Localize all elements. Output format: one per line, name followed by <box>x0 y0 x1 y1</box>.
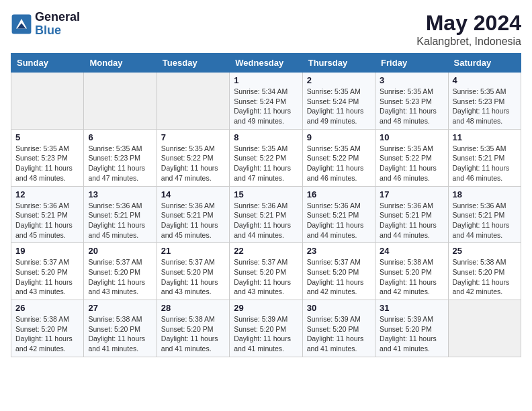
day-number-24: 24 <box>380 246 443 256</box>
day-info-20: Sunrise: 5:37 AM Sunset: 5:20 PM Dayligh… <box>88 257 152 297</box>
day-cell-21: 21Sunrise: 5:37 AM Sunset: 5:20 PM Dayli… <box>157 243 229 300</box>
month-title: May 2024 <box>416 11 521 36</box>
day-cell-4: 4Sunrise: 5:35 AM Sunset: 5:23 PM Daylig… <box>448 73 521 130</box>
day-cell-29: 29Sunrise: 5:39 AM Sunset: 5:20 PM Dayli… <box>230 300 302 357</box>
title-block: May 2024 Kalangbret, Indonesia <box>416 11 521 48</box>
day-number-2: 2 <box>307 75 371 85</box>
day-number-11: 11 <box>453 132 517 142</box>
day-info-16: Sunrise: 5:36 AM Sunset: 5:21 PM Dayligh… <box>307 201 371 240</box>
week-row-1: 1Sunrise: 5:34 AM Sunset: 5:24 PM Daylig… <box>11 73 521 130</box>
day-cell-17: 17Sunrise: 5:36 AM Sunset: 5:21 PM Dayli… <box>375 186 448 243</box>
day-cell-8: 8Sunrise: 5:35 AM Sunset: 5:22 PM Daylig… <box>230 129 302 186</box>
day-cell-empty <box>84 73 157 130</box>
day-number-30: 30 <box>307 303 371 313</box>
day-cell-22: 22Sunrise: 5:37 AM Sunset: 5:20 PM Dayli… <box>230 243 302 300</box>
day-number-19: 19 <box>15 246 79 256</box>
day-number-6: 6 <box>88 132 152 142</box>
day-cell-14: 14Sunrise: 5:36 AM Sunset: 5:21 PM Dayli… <box>157 186 229 243</box>
day-info-14: Sunrise: 5:36 AM Sunset: 5:21 PM Dayligh… <box>161 201 225 240</box>
day-cell-26: 26Sunrise: 5:38 AM Sunset: 5:20 PM Dayli… <box>11 300 84 357</box>
day-cell-empty <box>157 73 229 130</box>
day-cell-9: 9Sunrise: 5:35 AM Sunset: 5:22 PM Daylig… <box>302 129 375 186</box>
day-info-18: Sunrise: 5:36 AM Sunset: 5:21 PM Dayligh… <box>453 201 517 240</box>
header-tuesday: Tuesday <box>157 54 229 73</box>
header-sunday: Sunday <box>11 54 84 73</box>
day-number-18: 18 <box>453 189 517 199</box>
day-info-22: Sunrise: 5:37 AM Sunset: 5:20 PM Dayligh… <box>234 257 298 297</box>
day-cell-16: 16Sunrise: 5:36 AM Sunset: 5:21 PM Dayli… <box>302 186 375 243</box>
day-number-16: 16 <box>307 189 371 199</box>
day-number-31: 31 <box>380 303 443 313</box>
day-cell-13: 13Sunrise: 5:36 AM Sunset: 5:21 PM Dayli… <box>84 186 157 243</box>
day-number-1: 1 <box>234 75 298 85</box>
day-number-3: 3 <box>380 75 443 85</box>
calendar-header-row: SundayMondayTuesdayWednesdayThursdayFrid… <box>11 54 521 73</box>
logo-icon <box>11 13 32 35</box>
day-cell-25: 25Sunrise: 5:38 AM Sunset: 5:20 PM Dayli… <box>448 243 521 300</box>
day-info-7: Sunrise: 5:35 AM Sunset: 5:22 PM Dayligh… <box>161 144 225 183</box>
day-number-23: 23 <box>307 246 371 256</box>
day-number-13: 13 <box>88 189 152 199</box>
day-number-12: 12 <box>15 189 79 199</box>
header-wednesday: Wednesday <box>230 54 302 73</box>
day-number-17: 17 <box>380 189 443 199</box>
day-cell-19: 19Sunrise: 5:37 AM Sunset: 5:20 PM Dayli… <box>11 243 84 300</box>
week-row-3: 12Sunrise: 5:36 AM Sunset: 5:21 PM Dayli… <box>11 186 521 243</box>
day-info-11: Sunrise: 5:35 AM Sunset: 5:21 PM Dayligh… <box>453 144 517 183</box>
day-info-24: Sunrise: 5:38 AM Sunset: 5:20 PM Dayligh… <box>380 257 443 297</box>
day-info-15: Sunrise: 5:36 AM Sunset: 5:21 PM Dayligh… <box>234 201 298 240</box>
day-info-26: Sunrise: 5:38 AM Sunset: 5:20 PM Dayligh… <box>15 314 79 354</box>
week-row-2: 5Sunrise: 5:35 AM Sunset: 5:23 PM Daylig… <box>11 129 521 186</box>
day-number-28: 28 <box>161 303 225 313</box>
day-info-31: Sunrise: 5:39 AM Sunset: 5:20 PM Dayligh… <box>380 314 443 354</box>
day-number-21: 21 <box>161 246 225 256</box>
day-info-9: Sunrise: 5:35 AM Sunset: 5:22 PM Dayligh… <box>307 144 371 183</box>
day-number-4: 4 <box>453 75 517 85</box>
day-cell-7: 7Sunrise: 5:35 AM Sunset: 5:22 PM Daylig… <box>157 129 229 186</box>
header-friday: Friday <box>375 54 448 73</box>
logo: GeneralBlue <box>11 11 80 38</box>
day-info-4: Sunrise: 5:35 AM Sunset: 5:23 PM Dayligh… <box>453 87 517 126</box>
day-number-7: 7 <box>161 132 225 142</box>
day-cell-28: 28Sunrise: 5:38 AM Sunset: 5:20 PM Dayli… <box>157 300 229 357</box>
day-number-15: 15 <box>234 189 298 199</box>
day-number-10: 10 <box>380 132 443 142</box>
day-cell-3: 3Sunrise: 5:35 AM Sunset: 5:23 PM Daylig… <box>375 73 448 130</box>
day-info-12: Sunrise: 5:36 AM Sunset: 5:21 PM Dayligh… <box>15 201 79 240</box>
day-info-13: Sunrise: 5:36 AM Sunset: 5:21 PM Dayligh… <box>88 201 152 240</box>
day-cell-empty <box>448 300 521 357</box>
day-number-5: 5 <box>15 132 79 142</box>
day-info-3: Sunrise: 5:35 AM Sunset: 5:23 PM Dayligh… <box>380 87 443 126</box>
day-info-2: Sunrise: 5:35 AM Sunset: 5:24 PM Dayligh… <box>307 87 371 126</box>
day-cell-27: 27Sunrise: 5:38 AM Sunset: 5:20 PM Dayli… <box>84 300 157 357</box>
day-info-21: Sunrise: 5:37 AM Sunset: 5:20 PM Dayligh… <box>161 257 225 297</box>
calendar-table: SundayMondayTuesdayWednesdayThursdayFrid… <box>11 53 521 357</box>
week-row-5: 26Sunrise: 5:38 AM Sunset: 5:20 PM Dayli… <box>11 300 521 357</box>
day-cell-2: 2Sunrise: 5:35 AM Sunset: 5:24 PM Daylig… <box>302 73 375 130</box>
day-number-26: 26 <box>15 303 79 313</box>
day-cell-11: 11Sunrise: 5:35 AM Sunset: 5:21 PM Dayli… <box>448 129 521 186</box>
day-info-27: Sunrise: 5:38 AM Sunset: 5:20 PM Dayligh… <box>88 314 152 354</box>
day-number-14: 14 <box>161 189 225 199</box>
day-cell-6: 6Sunrise: 5:35 AM Sunset: 5:23 PM Daylig… <box>84 129 157 186</box>
day-cell-10: 10Sunrise: 5:35 AM Sunset: 5:22 PM Dayli… <box>375 129 448 186</box>
day-info-29: Sunrise: 5:39 AM Sunset: 5:20 PM Dayligh… <box>234 314 298 354</box>
day-info-17: Sunrise: 5:36 AM Sunset: 5:21 PM Dayligh… <box>380 201 443 240</box>
day-number-22: 22 <box>234 246 298 256</box>
day-number-27: 27 <box>88 303 152 313</box>
day-info-28: Sunrise: 5:38 AM Sunset: 5:20 PM Dayligh… <box>161 314 225 354</box>
day-number-29: 29 <box>234 303 298 313</box>
day-info-25: Sunrise: 5:38 AM Sunset: 5:20 PM Dayligh… <box>453 257 517 297</box>
day-number-8: 8 <box>234 132 298 142</box>
day-cell-18: 18Sunrise: 5:36 AM Sunset: 5:21 PM Dayli… <box>448 186 521 243</box>
day-cell-12: 12Sunrise: 5:36 AM Sunset: 5:21 PM Dayli… <box>11 186 84 243</box>
day-cell-15: 15Sunrise: 5:36 AM Sunset: 5:21 PM Dayli… <box>230 186 302 243</box>
day-cell-20: 20Sunrise: 5:37 AM Sunset: 5:20 PM Dayli… <box>84 243 157 300</box>
week-row-4: 19Sunrise: 5:37 AM Sunset: 5:20 PM Dayli… <box>11 243 521 300</box>
day-info-6: Sunrise: 5:35 AM Sunset: 5:23 PM Dayligh… <box>88 144 152 183</box>
header-thursday: Thursday <box>302 54 375 73</box>
day-info-5: Sunrise: 5:35 AM Sunset: 5:23 PM Dayligh… <box>15 144 79 183</box>
day-cell-empty <box>11 73 84 130</box>
day-cell-30: 30Sunrise: 5:39 AM Sunset: 5:20 PM Dayli… <box>302 300 375 357</box>
day-info-8: Sunrise: 5:35 AM Sunset: 5:22 PM Dayligh… <box>234 144 298 183</box>
